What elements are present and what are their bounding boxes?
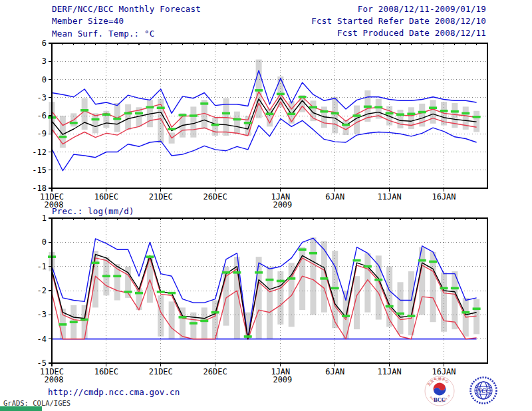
x-tick-year: 2009 xyxy=(273,375,292,384)
precip-chart: 10-1-2-3-4-511DEC200816DEC21DEC26DEC1JAN… xyxy=(37,213,487,384)
x-tick-label: 26DEC xyxy=(203,192,227,202)
precip-chart-axis-labels: 10-1-2-3-4-511DEC200816DEC21DEC26DEC1JAN… xyxy=(37,213,456,384)
x-tick-label: 21DEC xyxy=(149,367,173,376)
y-tick-label: -12 xyxy=(32,148,47,157)
y-tick-label: 0 xyxy=(42,75,47,84)
y-tick-label: -2 xyxy=(37,286,47,295)
ncc-logo: NCC xyxy=(471,378,497,404)
chart-layer: 630-3-6-9-12-15-1811DEC200816DEC21DEC26D… xyxy=(32,39,487,384)
x-tick-label: 6JAN xyxy=(325,367,344,376)
chart-canvas: 630-3-6-9-12-15-1811DEC200816DEC21DEC26D… xyxy=(0,0,532,411)
y-tick-label: 1 xyxy=(42,213,47,223)
surface-temp-chart: 630-3-6-9-12-15-1811DEC200816DEC21DEC26D… xyxy=(32,39,487,209)
y-tick-label: -3 xyxy=(37,93,47,102)
x-tick-label: 11JAN xyxy=(378,192,402,202)
y-tick-label: -1 xyxy=(37,262,47,271)
x-tick-year: 2008 xyxy=(45,200,64,209)
x-tick-label: 21DEC xyxy=(149,192,173,202)
x-tick-label: 26DEC xyxy=(203,367,227,376)
y-tick-label: -18 xyxy=(32,184,47,193)
corner-artifact xyxy=(0,406,42,411)
y-tick-label: -3 xyxy=(37,310,47,319)
ncc-logo-label: NCC xyxy=(476,388,490,394)
y-tick-label: 3 xyxy=(42,57,47,66)
bcc-logo: 北京气候中心 BEIJING CLIMATE CENTER BCC xyxy=(425,376,454,406)
y-tick-label: -9 xyxy=(37,129,47,138)
y-tick-label: 0 xyxy=(42,237,47,247)
y-tick-label: -4 xyxy=(37,335,47,344)
y-tick-label: -5 xyxy=(37,358,47,368)
x-tick-label: 16DEC xyxy=(94,367,118,376)
x-tick-label: 6JAN xyxy=(325,192,344,202)
source-url: http://cmdp.ncc.cma.gov.cn xyxy=(48,387,180,397)
grads-forecast-page: DERF/NCC/BCC Monthly Forecast Member Siz… xyxy=(0,0,532,411)
x-tick-label: 11JAN xyxy=(378,367,402,376)
x-tick-year: 2008 xyxy=(45,375,64,384)
bcc-logo-label: BCC xyxy=(434,396,446,403)
y-tick-label: -6 xyxy=(37,111,47,120)
x-tick-year: 2009 xyxy=(273,200,292,209)
x-tick-label: 16JAN xyxy=(432,192,456,202)
x-tick-label: 16DEC xyxy=(94,192,118,202)
x-tick-label: 16JAN xyxy=(432,367,456,376)
y-tick-label: 6 xyxy=(42,39,47,48)
y-tick-label: -15 xyxy=(32,166,47,175)
